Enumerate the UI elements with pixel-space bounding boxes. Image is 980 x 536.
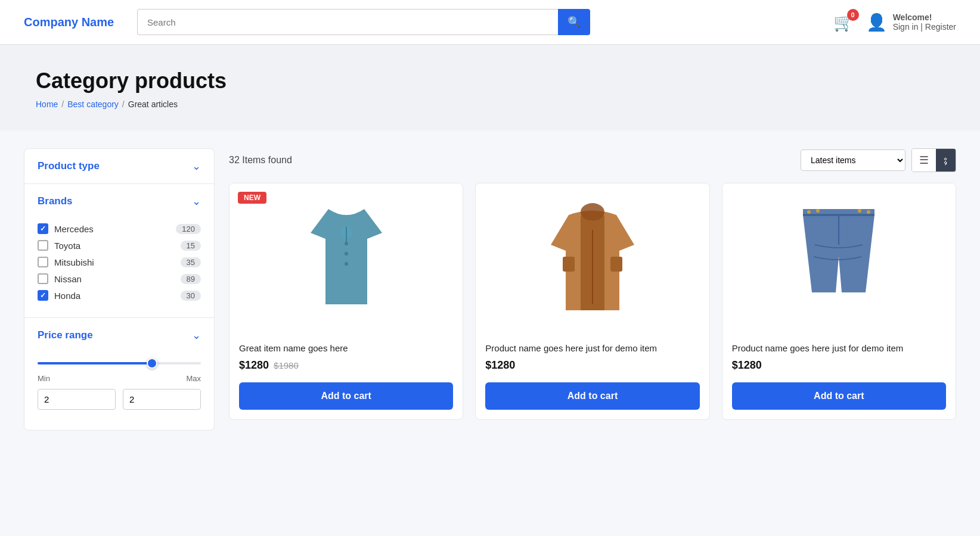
product-info: Product name goes here just for demo ite… <box>722 332 956 419</box>
brands-header[interactable]: Brands ⌄ <box>24 184 214 219</box>
brands-chevron: ⌄ <box>192 195 201 208</box>
brand-checkbox[interactable] <box>38 290 48 301</box>
breadcrumb-best-category[interactable]: Best category <box>67 99 119 109</box>
breadcrumb-home[interactable]: Home <box>36 99 58 109</box>
brand-count: 15 <box>181 241 201 251</box>
breadcrumb-sep-2: / <box>122 99 125 109</box>
breadcrumb: Home / Best category / Great articles <box>36 99 944 109</box>
product-card: NEW Great item name goes here $1280 $198… <box>229 183 463 420</box>
brands-label: Brands <box>38 195 73 207</box>
product-price: $1280 <box>732 359 762 372</box>
add-to-cart-button[interactable]: Add to cart <box>732 382 946 410</box>
brand-left: Mitsubishi <box>38 257 94 267</box>
product-card: Product name goes here just for demo ite… <box>475 183 709 420</box>
view-toggle: ☰ ⨟ <box>911 148 956 172</box>
brand-item: Honda 30 <box>38 290 201 301</box>
price-slider-thumb[interactable] <box>147 358 157 369</box>
brand-name: Honda <box>54 291 80 301</box>
product-price-row: $1280 <box>485 359 699 372</box>
brand-count: 35 <box>181 257 201 267</box>
product-old-price: $1980 <box>274 360 299 370</box>
product-info: Product name goes here just for demo ite… <box>476 332 709 419</box>
product-name: Product name goes here just for demo ite… <box>732 342 946 354</box>
user-area[interactable]: 👤 Welcome! Sign in | Register <box>866 13 956 32</box>
company-name[interactable]: Company Name <box>24 15 119 29</box>
brand-left: Toyota <box>38 240 80 251</box>
product-type-filter: Product type ⌄ <box>24 149 214 184</box>
svg-rect-7 <box>610 257 622 272</box>
brand-checkbox[interactable] <box>38 223 48 234</box>
product-price-row: $1280 $1980 <box>239 359 453 372</box>
price-min-input[interactable] <box>38 389 116 410</box>
product-image <box>791 197 886 319</box>
user-text: Welcome! Sign in | Register <box>893 13 956 32</box>
sort-select[interactable]: Latest itemsPrice: Low to HighPrice: Hig… <box>801 149 905 171</box>
price-inputs <box>38 389 201 410</box>
toolbar-right: Latest itemsPrice: Low to HighPrice: Hig… <box>801 148 956 172</box>
sidebar: Product type ⌄ Brands ⌄ Mercedes 120 Toy… <box>24 148 215 431</box>
brand-name: Mercedes <box>54 224 94 234</box>
user-icon: 👤 <box>866 13 887 32</box>
price-min-label: Min <box>38 374 50 383</box>
breadcrumb-sep-1: / <box>61 99 64 109</box>
brand-checkbox[interactable] <box>38 257 48 267</box>
brand-item: Mitsubishi 35 <box>38 257 201 267</box>
sign-in-register[interactable]: Sign in | Register <box>893 22 956 32</box>
page-hero: Category products Home / Best category /… <box>0 45 980 130</box>
brand-checkbox[interactable] <box>38 240 48 251</box>
brand-item: Nissan 89 <box>38 273 201 284</box>
price-slider-track[interactable] <box>38 362 201 364</box>
product-type-label: Product type <box>38 160 100 172</box>
grid-view-button[interactable]: ⨟ <box>936 149 956 172</box>
price-labels: Min Max <box>38 374 201 383</box>
product-area: 32 Items found Latest itemsPrice: Low to… <box>229 148 956 420</box>
brand-name: Mitsubishi <box>54 257 94 267</box>
product-type-header[interactable]: Product type ⌄ <box>24 149 214 183</box>
product-type-chevron: ⌄ <box>192 160 201 173</box>
brand-item: Mercedes 120 <box>38 223 201 234</box>
price-range-filter: Price range ⌄ Min Max <box>24 318 214 430</box>
product-card: Product name goes here just for demo ite… <box>722 183 956 420</box>
brand-item: Toyota 15 <box>38 240 201 251</box>
brand-left: Mercedes <box>38 223 94 234</box>
price-slider-fill <box>38 362 152 364</box>
product-image-wrap <box>476 183 709 332</box>
svg-point-12 <box>816 209 820 213</box>
brands-body: Mercedes 120 Toyota 15 Mitsubishi 35 Nis… <box>24 219 214 317</box>
cart-badge: 0 <box>847 9 859 21</box>
header: Company Name 🔍 🛒 0 👤 Welcome! Sign in | … <box>0 0 980 45</box>
product-image-wrap <box>722 183 956 332</box>
main-layout: Product type ⌄ Brands ⌄ Mercedes 120 Toy… <box>0 130 980 448</box>
price-max-input[interactable] <box>123 389 201 410</box>
svg-point-14 <box>867 210 870 214</box>
product-image <box>545 197 640 319</box>
brand-left: Honda <box>38 290 80 301</box>
price-range-header[interactable]: Price range ⌄ <box>24 318 214 353</box>
search-button[interactable]: 🔍 <box>558 9 590 35</box>
product-price: $1280 <box>239 359 269 372</box>
price-slider-wrap: Min Max <box>38 357 201 419</box>
product-badge: NEW <box>238 192 266 204</box>
header-right: 🛒 0 👤 Welcome! Sign in | Register <box>833 13 956 32</box>
cart-wrapper[interactable]: 🛒 0 <box>833 13 854 32</box>
brand-name: Toyota <box>54 241 80 251</box>
brand-checkbox[interactable] <box>38 273 48 284</box>
search-input[interactable] <box>137 9 558 35</box>
page-title: Category products <box>36 68 944 94</box>
product-price-row: $1280 <box>732 359 946 372</box>
svg-point-5 <box>581 203 604 221</box>
product-grid: NEW Great item name goes here $1280 $198… <box>229 183 956 420</box>
price-range-label: Price range <box>38 329 93 341</box>
product-image <box>299 197 394 319</box>
brand-count: 30 <box>181 291 201 301</box>
add-to-cart-button[interactable]: Add to cart <box>239 382 453 410</box>
price-range-chevron: ⌄ <box>192 329 201 342</box>
search-bar: 🔍 <box>137 9 590 35</box>
brands-filter: Brands ⌄ Mercedes 120 Toyota 15 Mitsubis… <box>24 184 214 318</box>
list-view-button[interactable]: ☰ <box>912 149 936 172</box>
add-to-cart-button[interactable]: Add to cart <box>485 382 699 410</box>
product-info: Great item name goes here $1280 $1980 Ad… <box>230 332 463 419</box>
svg-point-11 <box>807 210 811 214</box>
brand-count: 120 <box>176 224 201 234</box>
brand-left: Nissan <box>38 273 82 284</box>
